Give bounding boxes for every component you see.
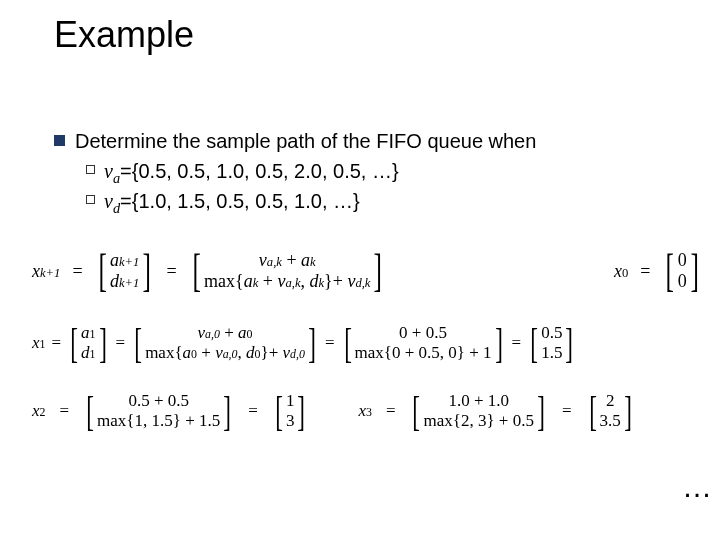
matrix-x1-symbolic: [ va,0 + a0 max{a0 + va,0, d0}+ vd,0 ]	[131, 322, 319, 364]
slide: Example Determine the sample path of the…	[0, 0, 720, 540]
matrix-x2-result: [ 1 3 ]	[272, 390, 309, 432]
bullet-text: Determine the sample path of the FIFO qu…	[75, 128, 536, 154]
eq-row-x1: x1 = [ a1 d1 ] = [ va,0 + a0 max{a0 + va…	[32, 322, 702, 364]
equals-icon: =	[72, 261, 82, 282]
va-sub: a	[113, 170, 120, 186]
slide-title: Example	[54, 14, 194, 56]
matrix-x0: [ 0 0 ]	[662, 248, 702, 294]
matrix-x3-numeric: [ 1.0 + 1.0 max{2, 3} + 0.5 ]	[409, 390, 547, 432]
square-bullet-icon	[54, 135, 65, 146]
eq-row-x2x3: x2 = [ 0.5 + 0.5 max{1, 1.5} + 1.5 ] = […	[32, 390, 702, 432]
matrix-x3-result: [ 2 3.5 ]	[586, 390, 635, 432]
matrix-x1-result: [ 0.5 1.5 ]	[527, 322, 576, 364]
matrix-x1-numeric: [ 0 + 0.5 max{0 + 0.5, 0} + 1 ]	[341, 322, 506, 364]
sub-bullet-list: va={0.5, 0.5, 1.0, 0.5, 2.0, 0.5, …} vd=…	[86, 158, 674, 219]
hollow-bullet-icon	[86, 195, 95, 204]
equals-icon: =	[386, 401, 396, 421]
eq-row-general: xk+1 = [ ak+1 dk+1 ] = [ va,k + ak max{a…	[32, 248, 702, 294]
equals-icon: =	[116, 333, 126, 353]
equals-icon: =	[512, 333, 522, 353]
sub-bullet-va: va={0.5, 0.5, 1.0, 0.5, 2.0, 0.5, …}	[86, 158, 674, 188]
va-rest: ={0.5, 0.5, 1.0, 0.5, 2.0, 0.5, …}	[120, 160, 399, 182]
xk1-label: xk+1	[32, 261, 60, 282]
vd-rest: ={1.0, 1.5, 0.5, 0.5, 1.0, …}	[120, 190, 360, 212]
sub-bullet-vd: vd={1.0, 1.5, 0.5, 0.5, 1.0, …}	[86, 188, 674, 218]
equation-area: xk+1 = [ ak+1 dk+1 ] = [ va,k + ak max{a…	[32, 248, 702, 432]
matrix-recurrence: [ va,k + ak max{ak + va,k, dk}+ vd,k ]	[189, 248, 386, 294]
sub-bullet-vd-text: vd={1.0, 1.5, 0.5, 0.5, 1.0, …}	[104, 188, 360, 218]
vd-sub: d	[113, 200, 120, 216]
x0-label: x0	[614, 261, 628, 282]
va-var: v	[104, 160, 113, 182]
matrix-ak1dk1: [ ak+1 dk+1 ]	[95, 248, 155, 294]
equals-icon: =	[640, 261, 650, 282]
x2-label: x2	[32, 401, 46, 421]
vd-var: v	[104, 190, 113, 212]
bullet-main: Determine the sample path of the FIFO qu…	[54, 128, 674, 154]
matrix-x2-numeric: [ 0.5 + 0.5 max{1, 1.5} + 1.5 ]	[83, 390, 234, 432]
sub-bullet-va-text: va={0.5, 0.5, 1.0, 0.5, 2.0, 0.5, …}	[104, 158, 399, 188]
matrix-a1d1: [ a1 d1 ]	[67, 322, 109, 364]
trailing-ellipsis: …	[682, 470, 712, 504]
equals-icon: =	[52, 333, 62, 353]
equals-icon: =	[167, 261, 177, 282]
body-content: Determine the sample path of the FIFO qu…	[54, 128, 674, 219]
hollow-bullet-icon	[86, 165, 95, 174]
equals-icon: =	[60, 401, 70, 421]
x1-label: x1	[32, 333, 46, 353]
equals-icon: =	[248, 401, 258, 421]
x3-label: x3	[358, 401, 372, 421]
equals-icon: =	[325, 333, 335, 353]
equals-icon: =	[562, 401, 572, 421]
